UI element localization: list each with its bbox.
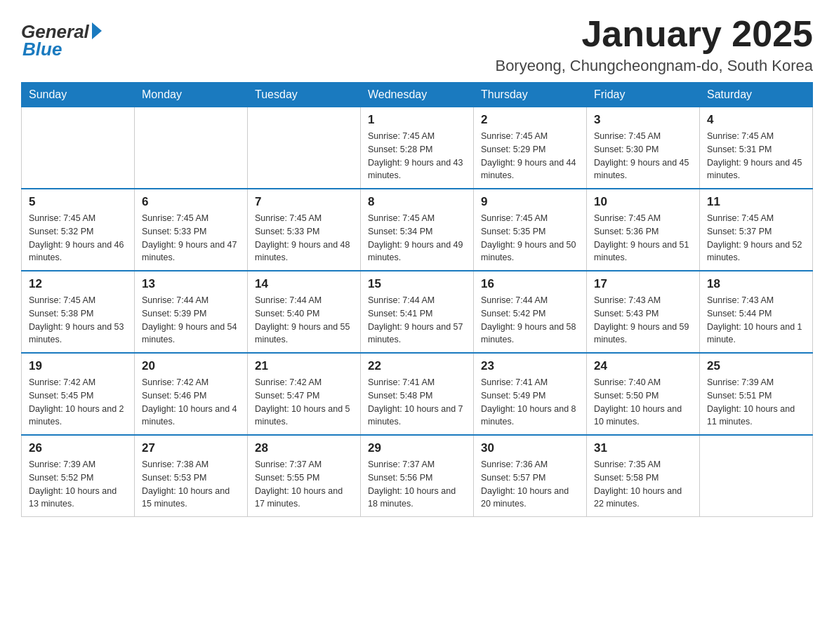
week-row-2: 5Sunrise: 7:45 AM Sunset: 5:32 PM Daylig… xyxy=(22,189,813,271)
day-info: Sunrise: 7:45 AM Sunset: 5:31 PM Dayligh… xyxy=(707,130,805,182)
weekday-header-thursday: Thursday xyxy=(474,83,587,107)
calendar-cell: 28Sunrise: 7:37 AM Sunset: 5:55 PM Dayli… xyxy=(248,435,361,517)
day-info: Sunrise: 7:42 AM Sunset: 5:47 PM Dayligh… xyxy=(255,376,353,429)
day-info: Sunrise: 7:36 AM Sunset: 5:57 PM Dayligh… xyxy=(481,458,579,511)
location-title: Boryeong, Chungcheongnam-do, South Korea xyxy=(495,57,813,75)
weekday-header-row: SundayMondayTuesdayWednesdayThursdayFrid… xyxy=(22,83,813,107)
header: General Blue January 2025 Boryeong, Chun… xyxy=(21,14,813,75)
day-number: 13 xyxy=(142,277,240,291)
calendar-cell: 7Sunrise: 7:45 AM Sunset: 5:33 PM Daylig… xyxy=(248,189,361,271)
day-info: Sunrise: 7:45 AM Sunset: 5:38 PM Dayligh… xyxy=(29,294,127,347)
day-info: Sunrise: 7:45 AM Sunset: 5:37 PM Dayligh… xyxy=(707,212,805,264)
day-number: 4 xyxy=(707,113,805,127)
calendar-cell: 9Sunrise: 7:45 AM Sunset: 5:35 PM Daylig… xyxy=(474,189,587,271)
calendar-cell: 4Sunrise: 7:45 AM Sunset: 5:31 PM Daylig… xyxy=(700,107,813,189)
weekday-header-tuesday: Tuesday xyxy=(248,83,361,107)
calendar-cell: 16Sunrise: 7:44 AM Sunset: 5:42 PM Dayli… xyxy=(474,271,587,353)
calendar-cell: 20Sunrise: 7:42 AM Sunset: 5:46 PM Dayli… xyxy=(135,353,248,435)
calendar-cell: 18Sunrise: 7:43 AM Sunset: 5:44 PM Dayli… xyxy=(700,271,813,353)
day-info: Sunrise: 7:44 AM Sunset: 5:42 PM Dayligh… xyxy=(481,294,579,347)
day-info: Sunrise: 7:42 AM Sunset: 5:45 PM Dayligh… xyxy=(29,376,127,429)
day-number: 25 xyxy=(707,359,805,373)
day-number: 7 xyxy=(255,195,353,209)
day-info: Sunrise: 7:45 AM Sunset: 5:35 PM Dayligh… xyxy=(481,212,579,264)
calendar-cell: 26Sunrise: 7:39 AM Sunset: 5:52 PM Dayli… xyxy=(22,435,135,517)
day-info: Sunrise: 7:41 AM Sunset: 5:48 PM Dayligh… xyxy=(368,376,466,429)
day-info: Sunrise: 7:43 AM Sunset: 5:43 PM Dayligh… xyxy=(594,294,692,347)
title-section: January 2025 Boryeong, Chungcheongnam-do… xyxy=(495,14,813,75)
day-info: Sunrise: 7:45 AM Sunset: 5:32 PM Dayligh… xyxy=(29,212,127,264)
day-number: 10 xyxy=(594,195,692,209)
day-number: 26 xyxy=(29,441,127,455)
calendar-cell: 22Sunrise: 7:41 AM Sunset: 5:48 PM Dayli… xyxy=(361,353,474,435)
month-title: January 2025 xyxy=(495,14,813,54)
calendar-cell xyxy=(700,435,813,517)
calendar-cell: 2Sunrise: 7:45 AM Sunset: 5:29 PM Daylig… xyxy=(474,107,587,189)
calendar-cell: 13Sunrise: 7:44 AM Sunset: 5:39 PM Dayli… xyxy=(135,271,248,353)
day-info: Sunrise: 7:35 AM Sunset: 5:58 PM Dayligh… xyxy=(594,458,692,511)
calendar-table: SundayMondayTuesdayWednesdayThursdayFrid… xyxy=(21,82,813,517)
weekday-header-friday: Friday xyxy=(587,83,700,107)
day-info: Sunrise: 7:44 AM Sunset: 5:41 PM Dayligh… xyxy=(368,294,466,347)
calendar-cell: 31Sunrise: 7:35 AM Sunset: 5:58 PM Dayli… xyxy=(587,435,700,517)
day-number: 5 xyxy=(29,195,127,209)
day-info: Sunrise: 7:40 AM Sunset: 5:50 PM Dayligh… xyxy=(594,376,692,429)
day-info: Sunrise: 7:45 AM Sunset: 5:30 PM Dayligh… xyxy=(594,130,692,182)
day-number: 23 xyxy=(481,359,579,373)
day-info: Sunrise: 7:41 AM Sunset: 5:49 PM Dayligh… xyxy=(481,376,579,429)
day-number: 30 xyxy=(481,441,579,455)
day-info: Sunrise: 7:45 AM Sunset: 5:29 PM Dayligh… xyxy=(481,130,579,182)
day-number: 18 xyxy=(707,277,805,291)
day-info: Sunrise: 7:38 AM Sunset: 5:53 PM Dayligh… xyxy=(142,458,240,511)
calendar-cell: 6Sunrise: 7:45 AM Sunset: 5:33 PM Daylig… xyxy=(135,189,248,271)
week-row-1: 1Sunrise: 7:45 AM Sunset: 5:28 PM Daylig… xyxy=(22,107,813,189)
week-row-4: 19Sunrise: 7:42 AM Sunset: 5:45 PM Dayli… xyxy=(22,353,813,435)
day-info: Sunrise: 7:44 AM Sunset: 5:39 PM Dayligh… xyxy=(142,294,240,347)
calendar-cell: 19Sunrise: 7:42 AM Sunset: 5:45 PM Dayli… xyxy=(22,353,135,435)
day-info: Sunrise: 7:45 AM Sunset: 5:33 PM Dayligh… xyxy=(255,212,353,264)
day-info: Sunrise: 7:43 AM Sunset: 5:44 PM Dayligh… xyxy=(707,294,805,347)
day-number: 9 xyxy=(481,195,579,209)
day-info: Sunrise: 7:39 AM Sunset: 5:52 PM Dayligh… xyxy=(29,458,127,511)
weekday-header-saturday: Saturday xyxy=(700,83,813,107)
calendar-cell xyxy=(135,107,248,189)
calendar-cell: 3Sunrise: 7:45 AM Sunset: 5:30 PM Daylig… xyxy=(587,107,700,189)
day-number: 16 xyxy=(481,277,579,291)
day-info: Sunrise: 7:45 AM Sunset: 5:36 PM Dayligh… xyxy=(594,212,692,264)
calendar-cell: 24Sunrise: 7:40 AM Sunset: 5:50 PM Dayli… xyxy=(587,353,700,435)
day-number: 15 xyxy=(368,277,466,291)
calendar-cell: 11Sunrise: 7:45 AM Sunset: 5:37 PM Dayli… xyxy=(700,189,813,271)
calendar-cell: 12Sunrise: 7:45 AM Sunset: 5:38 PM Dayli… xyxy=(22,271,135,353)
day-number: 22 xyxy=(368,359,466,373)
day-number: 14 xyxy=(255,277,353,291)
logo-blue-text: Blue xyxy=(22,39,62,60)
day-info: Sunrise: 7:39 AM Sunset: 5:51 PM Dayligh… xyxy=(707,376,805,429)
calendar-cell: 27Sunrise: 7:38 AM Sunset: 5:53 PM Dayli… xyxy=(135,435,248,517)
week-row-5: 26Sunrise: 7:39 AM Sunset: 5:52 PM Dayli… xyxy=(22,435,813,517)
day-info: Sunrise: 7:45 AM Sunset: 5:28 PM Dayligh… xyxy=(368,130,466,182)
calendar-cell: 17Sunrise: 7:43 AM Sunset: 5:43 PM Dayli… xyxy=(587,271,700,353)
weekday-header-monday: Monday xyxy=(135,83,248,107)
day-number: 1 xyxy=(368,113,466,127)
day-number: 12 xyxy=(29,277,127,291)
calendar-cell: 10Sunrise: 7:45 AM Sunset: 5:36 PM Dayli… xyxy=(587,189,700,271)
calendar-cell: 1Sunrise: 7:45 AM Sunset: 5:28 PM Daylig… xyxy=(361,107,474,189)
week-row-3: 12Sunrise: 7:45 AM Sunset: 5:38 PM Dayli… xyxy=(22,271,813,353)
calendar-cell: 21Sunrise: 7:42 AM Sunset: 5:47 PM Dayli… xyxy=(248,353,361,435)
logo-triangle-icon xyxy=(92,22,102,39)
day-number: 2 xyxy=(481,113,579,127)
calendar-cell: 14Sunrise: 7:44 AM Sunset: 5:40 PM Dayli… xyxy=(248,271,361,353)
day-number: 29 xyxy=(368,441,466,455)
day-info: Sunrise: 7:37 AM Sunset: 5:56 PM Dayligh… xyxy=(368,458,466,511)
calendar-cell: 25Sunrise: 7:39 AM Sunset: 5:51 PM Dayli… xyxy=(700,353,813,435)
calendar-cell: 8Sunrise: 7:45 AM Sunset: 5:34 PM Daylig… xyxy=(361,189,474,271)
day-info: Sunrise: 7:37 AM Sunset: 5:55 PM Dayligh… xyxy=(255,458,353,511)
logo: General Blue xyxy=(21,21,102,60)
day-number: 11 xyxy=(707,195,805,209)
day-number: 17 xyxy=(594,277,692,291)
calendar-cell: 15Sunrise: 7:44 AM Sunset: 5:41 PM Dayli… xyxy=(361,271,474,353)
day-number: 21 xyxy=(255,359,353,373)
day-info: Sunrise: 7:42 AM Sunset: 5:46 PM Dayligh… xyxy=(142,376,240,429)
calendar-cell: 5Sunrise: 7:45 AM Sunset: 5:32 PM Daylig… xyxy=(22,189,135,271)
calendar-cell xyxy=(22,107,135,189)
